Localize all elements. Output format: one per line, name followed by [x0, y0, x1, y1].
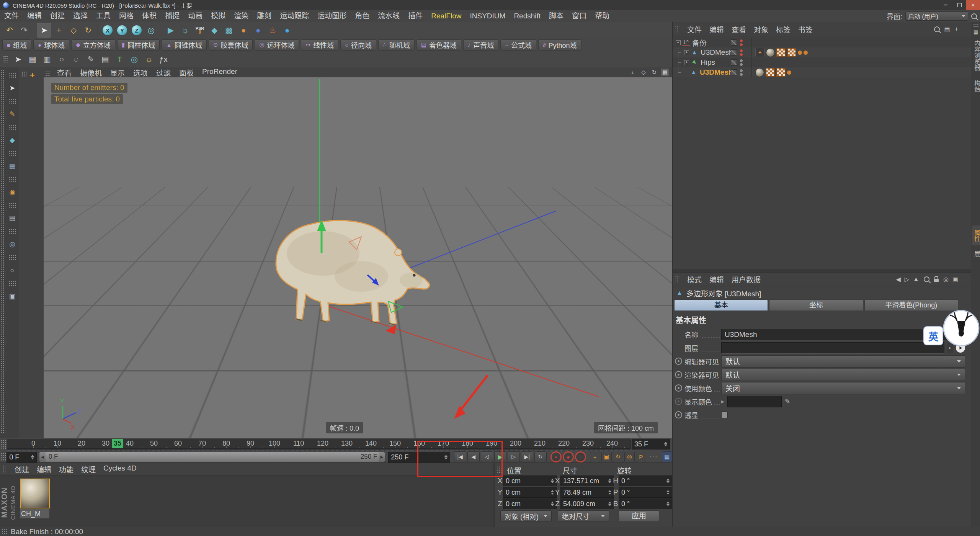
target-tool[interactable]: ◎: [127, 52, 141, 66]
menu-item-网格[interactable]: 网格: [115, 10, 138, 22]
record-rotation-toggle[interactable]: ↻: [613, 452, 623, 462]
menu-item-窗口[interactable]: 窗口: [568, 10, 591, 22]
visibility-toggle[interactable]: [731, 59, 737, 65]
next-frame-button[interactable]: ▷: [508, 451, 520, 462]
menu-item-脚本[interactable]: 脚本: [545, 10, 568, 22]
menu-item-流水线[interactable]: 流水线: [374, 10, 404, 22]
rotation-h-field[interactable]: 0 °: [619, 476, 672, 486]
layer-input[interactable]: [721, 342, 944, 354]
primitive-group[interactable]: ●: [237, 23, 250, 37]
om-path-icon[interactable]: +: [955, 26, 958, 33]
visibility-toggle[interactable]: [731, 49, 737, 56]
range-start-field[interactable]: 0 F: [7, 452, 37, 462]
viewport-canvas[interactable]: Y Z X Number of emitters: 0 Total live p…: [44, 77, 672, 438]
tool-palette-icon[interactable]: [6, 251, 18, 263]
menu-item-角色[interactable]: 角色: [351, 10, 374, 22]
range-right-cap[interactable]: ▶: [379, 452, 385, 462]
interactive-render-region[interactable]: ▩: [222, 23, 236, 37]
am-nav-icon[interactable]: ▲: [913, 276, 919, 283]
keyframe-selection-button[interactable]: ◌: [575, 451, 586, 462]
am-nav-icon[interactable]: ◀: [896, 276, 900, 283]
tool-palette-icon[interactable]: ◉: [6, 186, 18, 198]
view-toggle-icon[interactable]: ▦: [661, 69, 669, 76]
apply-button[interactable]: 应用: [619, 510, 659, 522]
position-x-field[interactable]: 0 cm: [503, 476, 557, 486]
add-palette-icon[interactable]: +: [30, 70, 35, 80]
menu-item-雕刻[interactable]: 雕刻: [253, 10, 276, 22]
view-pan-icon[interactable]: +: [629, 69, 637, 76]
size-x-field[interactable]: 137.571 cm: [560, 476, 614, 486]
field-button-远环体域[interactable]: ◎远环体域: [255, 39, 299, 51]
field-button-组域[interactable]: ■组域: [2, 39, 31, 51]
parameter-bullet-icon[interactable]: [675, 384, 682, 392]
material-menu-纹理[interactable]: 纹理: [77, 464, 100, 474]
menu-item-捕捉[interactable]: 捕捉: [161, 10, 184, 22]
viewport-menu-面板[interactable]: 面板: [175, 67, 198, 78]
tool-palette-icon[interactable]: ▦: [6, 160, 18, 172]
viewport-menu-handle[interactable]: [45, 69, 50, 76]
expand-icon[interactable]: +: [684, 50, 689, 55]
menu-item-插件[interactable]: 插件: [404, 10, 427, 22]
field-button-圆锥体域[interactable]: ▲圆锥体域: [162, 39, 207, 51]
undo-icon[interactable]: ↶: [3, 23, 16, 37]
om-menu-文件[interactable]: 文件: [683, 24, 706, 34]
field-button-立方体域[interactable]: ◆立方体域: [71, 39, 115, 51]
field-button-随机域[interactable]: ∴随机域: [378, 39, 415, 51]
visibility-dot[interactable]: [740, 63, 743, 66]
dot-tag-icon[interactable]: [804, 51, 808, 55]
om-menu-标签[interactable]: 标签: [772, 24, 794, 34]
view-rotate-icon[interactable]: ↻: [650, 69, 658, 76]
previous-key-button[interactable]: ◀: [467, 451, 480, 462]
grid-array[interactable]: ▦: [26, 52, 39, 66]
rotate-tool[interactable]: ↻: [81, 23, 95, 37]
menu-item-文件[interactable]: 文件: [0, 10, 23, 22]
field-button-胶囊体域[interactable]: ⊙胶囊体域: [209, 39, 253, 51]
search-icon[interactable]: [971, 13, 977, 19]
parameter-bullet-icon[interactable]: [675, 358, 682, 365]
material-menu-编辑[interactable]: 编辑: [33, 464, 55, 474]
dropdown-渲染器可见[interactable]: 默认: [721, 369, 965, 381]
menu-item-运动图形[interactable]: 运动图形: [313, 10, 351, 22]
timeline-window-icon[interactable]: ▦: [662, 451, 672, 462]
timeline-drag-handle[interactable]: [1, 440, 6, 449]
visibility-dots[interactable]: [740, 39, 743, 46]
coordinate-system[interactable]: ◎: [144, 23, 158, 37]
material-name[interactable]: CH_M: [20, 509, 49, 518]
dropdown-编辑器可见[interactable]: 默认: [721, 355, 965, 368]
x-axis-lock[interactable]: X: [101, 23, 114, 37]
transport-drag-handle[interactable]: [1, 453, 6, 461]
tool-palette-icon[interactable]: [6, 69, 18, 81]
lock-icon[interactable]: [934, 279, 939, 282]
close-button[interactable]: ✕: [966, 0, 980, 10]
size-z-field[interactable]: 54.009 cm: [560, 498, 614, 509]
parameter-bullet-icon[interactable]: [675, 411, 682, 418]
pose-tag-icon[interactable]: ✦: [755, 48, 764, 57]
bake-tool[interactable]: ♨: [266, 23, 279, 37]
tool-palette-icon[interactable]: ▣: [6, 290, 18, 302]
deer-logo-overlay[interactable]: [942, 309, 980, 347]
am-nav-icon[interactable]: ▷: [905, 276, 909, 283]
tool-palette-icon[interactable]: ▤: [6, 212, 18, 224]
live-selection-tool[interactable]: ➤: [37, 23, 51, 38]
position-y-field[interactable]: 0 cm: [503, 487, 557, 498]
viewport-menu-过滤[interactable]: 过滤: [152, 67, 175, 78]
position-z-field[interactable]: 0 cm: [503, 498, 557, 509]
record-position-toggle[interactable]: +: [590, 452, 600, 462]
panel-drag-handle[interactable]: [675, 25, 679, 33]
palette-drag-handle[interactable]: [1, 70, 5, 433]
formula-tool[interactable]: ƒx: [157, 52, 170, 66]
om-filter-icon[interactable]: ▤: [944, 26, 950, 33]
field-button-Python域[interactable]: ∂Python域: [538, 39, 581, 51]
uvw-tag-icon[interactable]: [776, 48, 786, 57]
field-button-圆柱体域[interactable]: ▮圆柱体域: [117, 39, 160, 51]
tool-palette-icon[interactable]: [6, 147, 18, 159]
material-item[interactable]: CH_M: [20, 479, 50, 518]
dot-tag-icon[interactable]: [798, 51, 802, 55]
tool-palette-icon[interactable]: [6, 225, 18, 237]
menu-item-选择[interactable]: 选择: [69, 10, 92, 22]
panel-drag-handle[interactable]: [2, 465, 7, 473]
honeycomb-array[interactable]: ◌: [69, 52, 83, 66]
tool-palette-icon[interactable]: [6, 121, 18, 133]
rotation-b-field[interactable]: 0 °: [619, 498, 672, 509]
strip-panel-icon[interactable]: ▦: [971, 29, 980, 35]
